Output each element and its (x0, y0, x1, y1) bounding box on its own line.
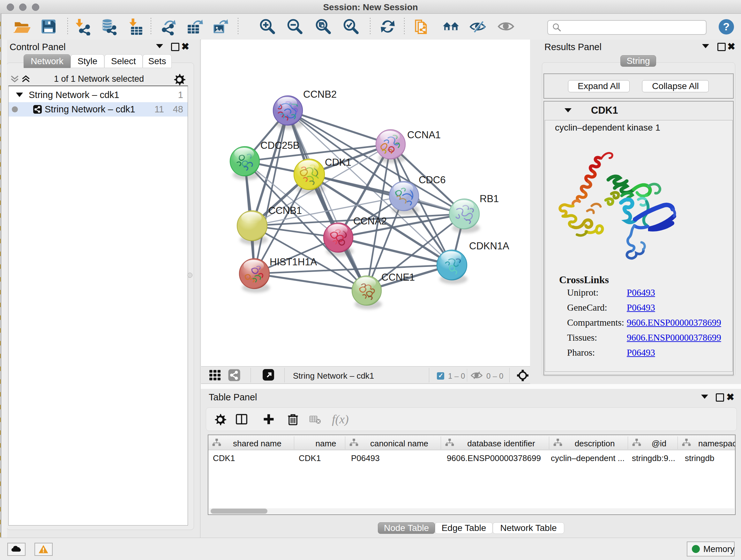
svg-text:RB1: RB1 (480, 193, 499, 204)
svg-text:CDKN1A: CDKN1A (469, 240, 509, 252)
svg-text:CCNB1: CCNB1 (268, 205, 302, 216)
svg-text:CCNB2: CCNB2 (303, 89, 337, 100)
svg-text:CCNA1: CCNA1 (407, 129, 441, 140)
svg-text:?: ? (723, 20, 730, 33)
svg-text:CCNA2: CCNA2 (353, 215, 387, 227)
svg-text:CCNE1: CCNE1 (381, 272, 415, 283)
svg-text:HIST1H1A: HIST1H1A (270, 256, 317, 267)
svg-text:CDK1: CDK1 (325, 157, 351, 168)
svg-text:CDC6: CDC6 (419, 174, 446, 186)
svg-text:CDC25B: CDC25B (260, 140, 299, 151)
